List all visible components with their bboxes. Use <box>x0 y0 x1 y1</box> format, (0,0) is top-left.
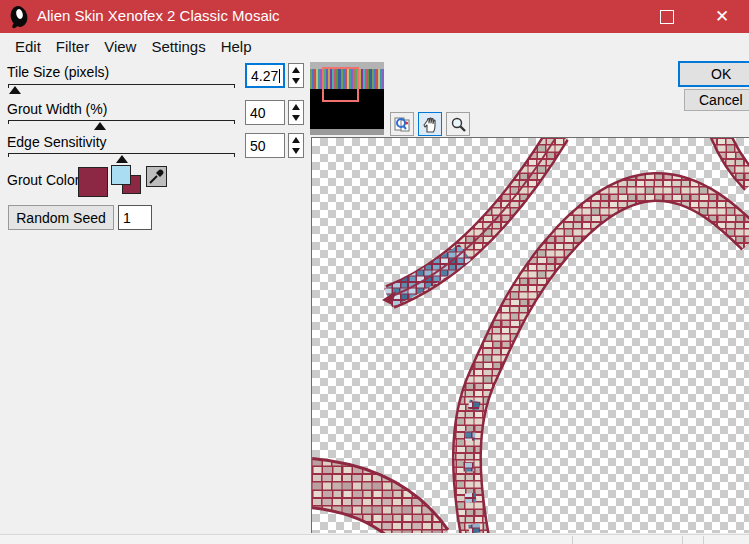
mosaic-band-bottom-left <box>312 483 428 533</box>
tile-size-slider-thumb[interactable] <box>9 86 21 94</box>
grout-width-slider-track[interactable] <box>8 120 235 121</box>
text-caret <box>279 69 280 83</box>
edge-sensitivity-spinner[interactable] <box>288 133 304 158</box>
menu-edit[interactable]: Edit <box>8 35 48 58</box>
grout-width-input[interactable]: 40 <box>245 100 285 125</box>
menu-help[interactable]: Help <box>214 35 259 58</box>
hand-pan-icon <box>422 116 439 133</box>
scrollbar-mark <box>572 536 573 544</box>
magnifier-icon <box>450 116 467 133</box>
eyedropper-icon <box>148 168 165 185</box>
spin-down-icon[interactable] <box>289 146 303 158</box>
edge-sensitivity-slider-thumb[interactable] <box>116 155 128 163</box>
close-button[interactable]: ✕ <box>695 0 749 33</box>
plugin-window: Alien Skin Xenofex 2 Classic Mosaic ✕ Ed… <box>0 0 749 544</box>
navigator-view-rectangle[interactable] <box>322 67 359 102</box>
mosaic-band-corner <box>720 138 749 183</box>
zoom-tool-button[interactable] <box>446 112 470 136</box>
eyedropper-button[interactable] <box>146 166 167 187</box>
scrollbar-mark <box>682 536 683 544</box>
close-icon: ✕ <box>715 8 729 25</box>
tile-size-input[interactable]: 4.27 <box>245 63 285 88</box>
pan-tool-button[interactable] <box>418 112 442 136</box>
edge-sensitivity-label: Edge Sensitivity <box>7 134 107 150</box>
maximize-icon <box>660 10 674 24</box>
ok-button[interactable]: OK <box>678 61 749 87</box>
preview-navigator[interactable] <box>310 62 384 135</box>
horizontal-scrollbar[interactable] <box>0 534 749 544</box>
spin-up-icon[interactable] <box>289 101 303 113</box>
menu-settings[interactable]: Settings <box>144 35 212 58</box>
alien-skin-logo-icon <box>8 5 30 29</box>
grout-width-label: Grout Width (%) <box>7 101 107 117</box>
spin-up-icon[interactable] <box>289 64 303 76</box>
tile-size-spinner[interactable] <box>288 63 304 88</box>
compare-preview-tool-button[interactable] <box>390 112 414 136</box>
preview-canvas[interactable] <box>311 137 749 533</box>
navigator-image-strip-bottom <box>310 129 384 135</box>
mosaic-band-ring <box>467 187 749 533</box>
tile-size-label: Tile Size (pixels) <box>7 64 109 80</box>
edge-sensitivity-slider-track[interactable] <box>8 153 235 154</box>
spin-up-icon[interactable] <box>289 134 303 146</box>
menu-view[interactable]: View <box>97 35 143 58</box>
grout-width-slider-thumb[interactable] <box>94 122 106 130</box>
grout-color-primary-swatch[interactable] <box>78 167 108 197</box>
window-title: Alien Skin Xenofex 2 Classic Mosaic <box>37 7 280 24</box>
grout-width-spinner[interactable] <box>288 100 304 125</box>
compare-preview-icon <box>393 115 412 133</box>
edge-sensitivity-input[interactable]: 50 <box>245 133 285 158</box>
random-seed-input[interactable]: 1 <box>118 205 152 230</box>
spin-down-icon[interactable] <box>289 113 303 125</box>
grout-color-label: Grout Color <box>7 172 79 188</box>
random-seed-button[interactable]: Random Seed <box>8 205 114 230</box>
menu-filter[interactable]: Filter <box>49 35 96 58</box>
spin-down-icon[interactable] <box>289 76 303 88</box>
maximize-button[interactable] <box>638 0 695 33</box>
scrollbar-mark <box>703 536 704 544</box>
title-bar[interactable]: Alien Skin Xenofex 2 Classic Mosaic ✕ <box>0 0 749 33</box>
tile-size-slider-track[interactable] <box>8 84 235 85</box>
preview-image <box>312 138 749 533</box>
grout-color-alt-swatch[interactable] <box>111 165 131 185</box>
cancel-button[interactable]: Cancel <box>684 89 749 111</box>
menu-bar: Edit Filter View Settings Help <box>0 33 749 60</box>
